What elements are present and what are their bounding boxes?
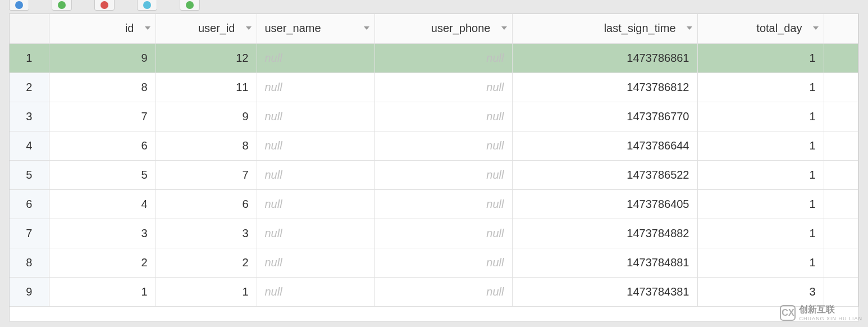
cell-id[interactable]: 1 (49, 277, 156, 306)
cell-total_day[interactable]: 1 (697, 43, 824, 72)
header-rownum[interactable] (10, 14, 49, 43)
cell-id[interactable]: 8 (49, 72, 156, 102)
cell-user_phone[interactable]: null (374, 43, 512, 72)
cell-user_phone[interactable]: null (374, 131, 512, 160)
cell-last_sign_time[interactable]: 1473786861 (512, 43, 697, 72)
cell-n[interactable]: 9 (10, 277, 49, 306)
filter-icon[interactable] (363, 25, 370, 32)
header-id[interactable]: id (49, 14, 156, 43)
cell-user_name[interactable]: null (257, 219, 374, 248)
cell-last_sign_time[interactable]: 1473786812 (512, 72, 697, 102)
cell-last_sign_time[interactable]: 1473784882 (512, 219, 697, 248)
cell-last_sign_time[interactable]: 1473786644 (512, 131, 697, 160)
table-row[interactable]: 557nullnull14737865221 (10, 160, 858, 189)
filter-icon[interactable] (245, 25, 252, 32)
cell-user_name[interactable]: null (257, 102, 374, 131)
cell-user_id[interactable]: 6 (156, 189, 257, 219)
cell-last_sign_time[interactable]: 1473784881 (512, 248, 697, 277)
null-value: null (486, 285, 504, 298)
cell-total_day[interactable]: 1 (697, 131, 824, 160)
cell-text: 5 (141, 169, 147, 181)
cell-last_sign_time[interactable]: 1473786770 (512, 102, 697, 131)
cell-n[interactable]: 8 (10, 248, 49, 277)
cell-user_phone[interactable]: null (374, 277, 512, 306)
header-user-phone[interactable]: user_phone (374, 14, 512, 43)
cell-text: 1473786812 (627, 81, 689, 93)
cell-user_id[interactable]: 3 (156, 219, 257, 248)
cell-total_day[interactable]: 1 (697, 189, 824, 219)
cell-user_phone[interactable]: null (374, 160, 512, 189)
cell-total_day[interactable]: 1 (697, 160, 824, 189)
cell-user_name[interactable]: null (257, 277, 374, 306)
cell-user_phone[interactable]: null (374, 248, 512, 277)
toolbar-icon-4 (143, 1, 151, 9)
cell-last_sign_time[interactable]: 1473784381 (512, 277, 697, 306)
cell-total_day[interactable]: 3 (697, 277, 824, 306)
cell-user_name[interactable]: null (257, 248, 374, 277)
cell-last_sign_time[interactable]: 1473786405 (512, 189, 697, 219)
table-row[interactable]: 733nullnull14737848821 (10, 219, 858, 248)
header-total-day[interactable]: total_day (697, 14, 824, 43)
toolbar-button-2[interactable] (52, 0, 72, 11)
cell-n[interactable]: 5 (10, 160, 49, 189)
header-user-name[interactable]: user_name (257, 14, 374, 43)
cell-id[interactable]: 4 (49, 189, 156, 219)
cell-total_day[interactable]: 1 (697, 102, 824, 131)
table-row[interactable]: 646nullnull14737864051 (10, 189, 858, 219)
cell-user_phone[interactable]: null (374, 189, 512, 219)
cell-total_day[interactable]: 1 (697, 248, 824, 277)
cell-total_day[interactable]: 1 (697, 219, 824, 248)
cell-id[interactable]: 5 (49, 160, 156, 189)
header-last-sign-time[interactable]: last_sign_time (512, 14, 697, 43)
null-value: null (486, 256, 504, 269)
cell-n[interactable]: 1 (10, 43, 49, 72)
cell-user_id[interactable]: 8 (156, 131, 257, 160)
cell-id[interactable]: 3 (49, 219, 156, 248)
toolbar-button-5[interactable] (180, 0, 200, 11)
cell-user_id[interactable]: 12 (156, 43, 257, 72)
cell-user_phone[interactable]: null (374, 219, 512, 248)
table-row[interactable]: 911nullnull14737843813 (10, 277, 858, 306)
toolbar-button-1[interactable] (9, 0, 29, 11)
null-value: null (265, 169, 282, 181)
cell-n[interactable]: 3 (10, 102, 49, 131)
cell-user_name[interactable]: null (257, 189, 374, 219)
cell-user_name[interactable]: null (257, 160, 374, 189)
filter-icon[interactable] (686, 25, 693, 32)
cell-text: 1473786405 (627, 198, 689, 210)
table-row[interactable]: 822nullnull14737848811 (10, 248, 858, 277)
cell-user_id[interactable]: 7 (156, 160, 257, 189)
filter-icon[interactable] (501, 25, 508, 32)
cell-n[interactable]: 2 (10, 72, 49, 102)
filter-icon[interactable] (812, 25, 819, 32)
cell-id[interactable]: 7 (49, 102, 156, 131)
cell-text: 2 (141, 256, 147, 269)
cell-user_id[interactable]: 9 (156, 102, 257, 131)
cell-text: 1 (242, 285, 248, 298)
table-row[interactable]: 1912nullnull14737868611 (10, 43, 858, 72)
cell-n[interactable]: 7 (10, 219, 49, 248)
cell-id[interactable]: 2 (49, 248, 156, 277)
cell-total_day[interactable]: 1 (697, 72, 824, 102)
cell-id[interactable]: 9 (49, 43, 156, 72)
cell-last_sign_time[interactable]: 1473786522 (512, 160, 697, 189)
cell-user_phone[interactable]: null (374, 102, 512, 131)
cell-user_name[interactable]: null (257, 72, 374, 102)
table-row[interactable]: 2811nullnull14737868121 (10, 72, 858, 102)
header-user-id[interactable]: user_id (156, 14, 257, 43)
cell-user_id[interactable]: 11 (156, 72, 257, 102)
data-grid[interactable]: id user_id user_name user_phone last_sig… (9, 13, 859, 321)
cell-user_name[interactable]: null (257, 43, 374, 72)
table-row[interactable]: 379nullnull14737867701 (10, 102, 858, 131)
cell-id[interactable]: 6 (49, 131, 156, 160)
filter-icon[interactable] (144, 25, 151, 32)
cell-n[interactable]: 6 (10, 189, 49, 219)
toolbar-button-3[interactable] (94, 0, 115, 11)
cell-n[interactable]: 4 (10, 131, 49, 160)
cell-user_name[interactable]: null (257, 131, 374, 160)
table-row[interactable]: 468nullnull14737866441 (10, 131, 858, 160)
toolbar-button-4[interactable] (137, 0, 157, 11)
cell-user_phone[interactable]: null (374, 72, 512, 102)
cell-user_id[interactable]: 1 (156, 277, 257, 306)
cell-user_id[interactable]: 2 (156, 248, 257, 277)
